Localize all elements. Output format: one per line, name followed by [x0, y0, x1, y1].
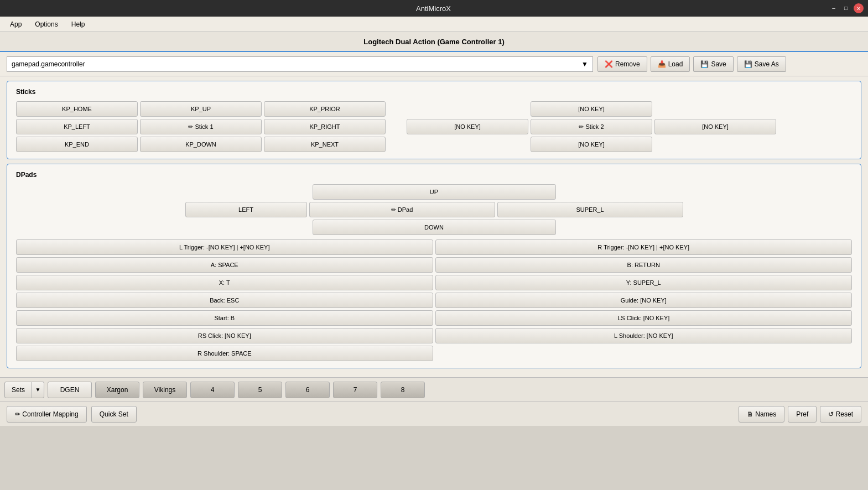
sticks-section: Sticks KP_HOME KP_UP KP_PRIOR [NO KEY] K…	[7, 81, 861, 159]
status-bar: ✏ Controller Mapping Quick Set 🗎 Names P…	[0, 402, 868, 426]
menu-help[interactable]: Help	[66, 18, 91, 30]
kp-end-button[interactable]: KP_END	[16, 137, 138, 152]
reset-button[interactable]: ↺ Reset	[820, 406, 861, 423]
remove-button[interactable]: ❌ Remove	[597, 56, 647, 72]
load-icon: 📥	[658, 60, 666, 68]
l-shoulder-button[interactable]: L Shoulder: [NO KEY]	[435, 328, 853, 343]
no-key-mid-left-button[interactable]: [NO KEY]	[407, 119, 528, 134]
kp-right-button[interactable]: KP_RIGHT	[264, 119, 386, 134]
menu-app[interactable]: App	[4, 18, 27, 30]
sets-group: Sets ▼	[4, 382, 44, 398]
save-icon: 💾	[700, 60, 709, 68]
dpad-center-button[interactable]: ✏ DPad	[309, 202, 495, 217]
save-as-icon: 💾	[744, 60, 752, 68]
controller-name: Logitech Dual Action (Game Controller 1)	[363, 38, 504, 46]
sets-dropdown-arrow[interactable]: ▼	[32, 382, 44, 398]
tab-dgen[interactable]: DGEN	[48, 382, 92, 398]
no-key-top-right-button[interactable]: [NO KEY]	[531, 101, 652, 117]
b-button[interactable]: B: RETURN	[435, 257, 853, 273]
guide-button[interactable]: Guide: [NO KEY]	[435, 293, 853, 308]
menu-bar: App Options Help	[0, 17, 868, 32]
kp-up-button[interactable]: KP_UP	[140, 101, 262, 117]
remove-icon: ❌	[605, 60, 613, 68]
y-button[interactable]: Y: SUPER_L	[435, 275, 853, 290]
ls-click-button[interactable]: LS Click: [NO KEY]	[435, 310, 853, 326]
x-button[interactable]: X: T	[16, 275, 433, 290]
load-button[interactable]: 📥 Load	[651, 56, 690, 72]
dpad-left-button[interactable]: LEFT	[185, 202, 307, 217]
minimize-button[interactable]: –	[829, 3, 838, 12]
names-button[interactable]: 🗎 Names	[739, 406, 784, 423]
tab-4[interactable]: 4	[190, 382, 235, 398]
save-as-button[interactable]: 💾 Save As	[737, 56, 786, 72]
title-bar: AntiMicroX – □ ✕	[0, 0, 868, 17]
tab-vikings[interactable]: Vikings	[143, 382, 187, 398]
rs-click-button[interactable]: RS Click: [NO KEY]	[16, 328, 433, 343]
dpad-right-button[interactable]: SUPER_L	[497, 202, 683, 217]
kp-down-button[interactable]: KP_DOWN	[140, 137, 262, 152]
profile-select[interactable]: gamepad.gamecontroller ▼	[7, 56, 593, 72]
dpad-up-button[interactable]: UP	[313, 184, 556, 200]
stick1-button[interactable]: ✏ Stick 1	[140, 119, 262, 134]
l-trigger-button[interactable]: L Trigger: -[NO KEY] | +[NO KEY]	[16, 239, 433, 255]
no-key-mid-right-button[interactable]: [NO KEY]	[654, 119, 776, 134]
r-trigger-button[interactable]: R Trigger: -[NO KEY] | +[NO KEY]	[435, 239, 853, 255]
profile-buttons: ❌ Remove 📥 Load 💾 Save 💾 Save As	[597, 56, 786, 72]
dropdown-arrow-icon: ▼	[581, 60, 588, 68]
start-button[interactable]: Start: B	[16, 310, 433, 326]
window-controls: – □ ✕	[829, 3, 864, 13]
quick-set-button[interactable]: Quick Set	[91, 406, 137, 423]
bottom-tabs: Sets ▼ DGEN Xargon Vikings 4 5 6 7 8	[0, 377, 868, 402]
dpad-down-button[interactable]: DOWN	[313, 220, 556, 235]
status-right: 🗎 Names Pref ↺ Reset	[739, 406, 861, 423]
tab-8[interactable]: 8	[381, 382, 425, 398]
tab-7[interactable]: 7	[333, 382, 377, 398]
no-key-bot-button[interactable]: [NO KEY]	[531, 137, 652, 152]
controller-header: Logitech Dual Action (Game Controller 1)	[0, 32, 868, 52]
controller-mapping-button[interactable]: ✏ Controller Mapping	[7, 406, 87, 423]
maximize-button[interactable]: □	[841, 3, 850, 12]
close-button[interactable]: ✕	[854, 3, 864, 13]
pref-button[interactable]: Pref	[788, 406, 817, 423]
tab-xargon[interactable]: Xargon	[95, 382, 139, 398]
kp-next-button[interactable]: KP_NEXT	[264, 137, 386, 152]
kp-home-button[interactable]: KP_HOME	[16, 101, 138, 117]
kp-prior-button[interactable]: KP_PRIOR	[264, 101, 386, 117]
app-title: AntiMicroX	[38, 4, 829, 13]
kp-left-button[interactable]: KP_LEFT	[16, 119, 138, 134]
save-button[interactable]: 💾 Save	[693, 56, 733, 72]
a-button[interactable]: A: SPACE	[16, 257, 433, 273]
dpads-label: DPads	[16, 171, 852, 179]
tab-6[interactable]: 6	[285, 382, 330, 398]
main-content: Sticks KP_HOME KP_UP KP_PRIOR [NO KEY] K…	[0, 76, 868, 377]
sets-button[interactable]: Sets	[4, 382, 32, 398]
stick2-button[interactable]: ✏ Stick 2	[531, 119, 652, 134]
dpads-section: DPads UP LEFT ✏ DPad SUPER_L DOWN L Trig…	[7, 164, 861, 368]
status-left: ✏ Controller Mapping Quick Set	[7, 406, 137, 423]
menu-options[interactable]: Options	[29, 18, 63, 30]
tab-5[interactable]: 5	[238, 382, 282, 398]
sticks-label: Sticks	[16, 88, 852, 96]
profile-value: gamepad.gamecontroller	[12, 60, 85, 68]
r-shoulder-button[interactable]: R Shoulder: SPACE	[16, 346, 433, 361]
back-button[interactable]: Back: ESC	[16, 293, 433, 308]
profile-row: gamepad.gamecontroller ▼ ❌ Remove 📥 Load…	[0, 52, 868, 76]
